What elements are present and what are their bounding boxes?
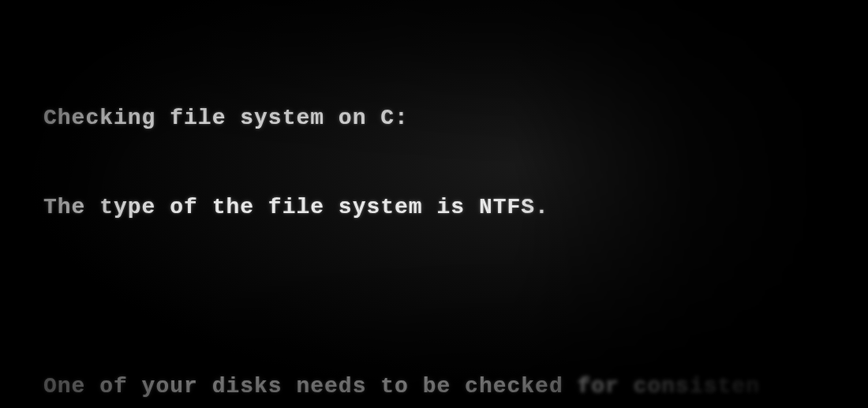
console-blank-line	[43, 282, 868, 312]
console-line: The type of the file system is NTFS.	[43, 193, 868, 223]
console-line: One of your disks needs to be checked fo…	[43, 372, 868, 402]
boot-console-screen: Checking file system on C: The type of t…	[0, 0, 868, 408]
console-line: Checking file system on C:	[43, 103, 868, 133]
